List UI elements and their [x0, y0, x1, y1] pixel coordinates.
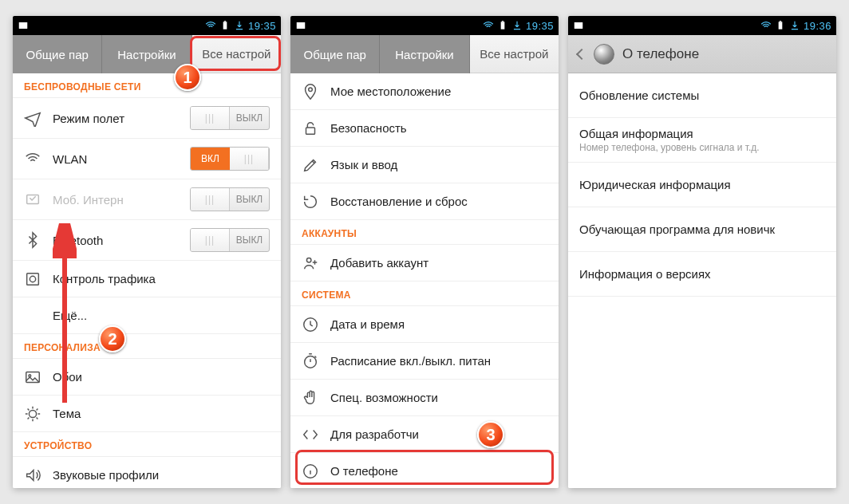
status-bar: 19:35	[290, 16, 559, 35]
tab-general[interactable]: Общие пар	[13, 35, 102, 73]
traffic-icon	[24, 270, 41, 288]
row-update-label: Обновление системы	[579, 89, 825, 102]
wifi-icon	[205, 20, 216, 31]
row-wallpaper[interactable]: Обои	[13, 359, 281, 396]
status-clock: 19:35	[248, 20, 276, 32]
row-legal[interactable]: Юридическая информация	[568, 163, 836, 207]
tab-all-settings[interactable]: Все настрой	[192, 35, 281, 73]
battery-icon	[775, 20, 786, 31]
row-access-label: Спец. возможности	[330, 391, 547, 404]
phone-1: 19:35 Общие пар Настройки Все настрой БЕ…	[13, 16, 281, 488]
row-location[interactable]: Мое местоположение	[290, 73, 559, 110]
row-developer[interactable]: Для разработчи	[290, 416, 559, 453]
phone-2: 19:35 Общие пар Настройки Все настрой Мо…	[290, 16, 559, 488]
tab-bar: Общие пар Настройки Все настрой	[13, 35, 281, 73]
row-traffic-label: Контроль трафика	[53, 272, 270, 285]
svg-rect-0	[19, 22, 28, 29]
svg-rect-20	[780, 21, 781, 22]
svg-point-16	[305, 356, 317, 368]
lock-icon	[302, 120, 319, 137]
tab-settings-label: Настройки	[117, 48, 176, 61]
stopwatch-icon	[302, 352, 319, 370]
row-legal-label: Юридическая информация	[579, 178, 825, 191]
row-system-update[interactable]: Обновление системы	[568, 73, 836, 118]
row-general-info[interactable]: Общая информация Номер телефона, уровень…	[568, 118, 836, 163]
wlan-toggle[interactable]: ВКЛ	[190, 147, 270, 171]
row-accessibility[interactable]: Спец. возможности	[290, 380, 559, 416]
svg-rect-18	[575, 22, 583, 29]
reset-icon	[302, 193, 319, 211]
airplane-toggle[interactable]: ВЫКЛ	[190, 106, 270, 130]
row-tutorial[interactable]: Обучающая программа для новичк	[568, 207, 836, 252]
bluetooth-toggle[interactable]: ВЫКЛ	[190, 228, 270, 252]
row-info-sub: Номер телефона, уровень сигнала и т.д.	[579, 142, 825, 153]
row-security-label: Безопасность	[330, 121, 547, 135]
sound-icon	[24, 467, 41, 484]
wallpaper-icon	[24, 368, 41, 386]
tab-general[interactable]: Общие пар	[290, 35, 380, 73]
svg-rect-10	[501, 22, 505, 29]
row-language-label: Язык и ввод	[330, 158, 547, 171]
about-list: Обновление системы Общая информация Номе…	[568, 73, 836, 488]
airplane-icon	[24, 109, 41, 127]
row-mobile-data[interactable]: Моб. Интерн ВЫКЛ	[13, 179, 281, 220]
battery-icon	[219, 20, 231, 31]
row-reset[interactable]: Восстановление и сброс	[290, 183, 559, 220]
image-icon	[295, 20, 306, 31]
image-icon	[18, 20, 29, 31]
mobile-toggle[interactable]: ВЫКЛ	[190, 187, 270, 211]
wifi-icon	[760, 20, 772, 31]
tab-settings[interactable]: Настройки	[380, 35, 469, 73]
status-bar: 19:36	[568, 16, 836, 35]
location-icon	[302, 83, 319, 100]
tab-settings[interactable]: Настройки	[102, 35, 192, 73]
row-theme[interactable]: Тема	[13, 396, 281, 432]
svg-rect-9	[297, 22, 306, 29]
download-icon	[234, 20, 245, 31]
battery-icon	[497, 20, 508, 31]
hand-icon	[302, 389, 319, 407]
row-language[interactable]: Язык и ввод	[290, 147, 559, 183]
row-about-phone[interactable]: О телефоне	[290, 453, 559, 488]
bluetooth-icon	[24, 231, 41, 249]
info-icon	[302, 463, 319, 480]
row-schedule[interactable]: Расписание вкл./выкл. питан	[290, 343, 559, 380]
row-date-time[interactable]: Дата и время	[290, 306, 559, 343]
tab-settings-label: Настройки	[395, 48, 454, 61]
settings-list: БЕСПРОВОДНЫЕ СЕТИ Режим полет ВЫКЛ WLAN …	[13, 73, 281, 488]
about-header[interactable]: О телефоне	[568, 35, 836, 73]
row-security[interactable]: Безопасность	[290, 110, 559, 147]
row-info-label: Общая информация	[579, 127, 825, 140]
tab-all-settings-label: Все настрой	[202, 47, 270, 61]
tab-all-settings-label: Все настрой	[480, 47, 548, 61]
globe-icon	[594, 44, 614, 65]
row-add-account-label: Добавить аккаунт	[330, 256, 547, 270]
row-dev-label: Для разработчи	[330, 427, 547, 441]
svg-point-14	[306, 258, 311, 262]
tab-general-label: Общие пар	[26, 48, 89, 61]
row-sound[interactable]: Звуковые профили	[13, 457, 281, 488]
row-bluetooth[interactable]: Bluetooth ВЫКЛ	[13, 220, 281, 261]
row-wlan[interactable]: WLAN ВКЛ	[13, 139, 281, 179]
section-device: УСТРОЙСТВО	[13, 432, 281, 457]
tab-all-settings[interactable]: Все настрой	[470, 35, 559, 73]
row-version-label: Информация о версиях	[579, 267, 825, 281]
row-tutorial-label: Обучающая программа для новичк	[579, 222, 825, 236]
row-more[interactable]: Ещё...	[13, 297, 281, 334]
status-bar: 19:35	[13, 16, 281, 35]
download-icon	[789, 20, 800, 31]
row-version-info[interactable]: Информация о версиях	[568, 252, 836, 297]
row-airplane[interactable]: Режим полет ВЫКЛ	[13, 98, 281, 139]
status-clock: 19:35	[526, 20, 554, 32]
row-traffic[interactable]: Контроль трафика	[13, 261, 281, 297]
row-reset-label: Восстановление и сброс	[330, 195, 547, 208]
clock-icon	[302, 316, 319, 333]
blank-icon	[24, 307, 41, 325]
row-wlan-label: WLAN	[53, 152, 179, 166]
download-icon	[511, 20, 523, 31]
back-icon	[576, 48, 587, 59]
row-add-account[interactable]: Добавить аккаунт	[290, 245, 559, 282]
svg-rect-4	[27, 273, 39, 285]
row-wallpaper-label: Обои	[53, 370, 270, 384]
svg-rect-19	[779, 22, 783, 29]
